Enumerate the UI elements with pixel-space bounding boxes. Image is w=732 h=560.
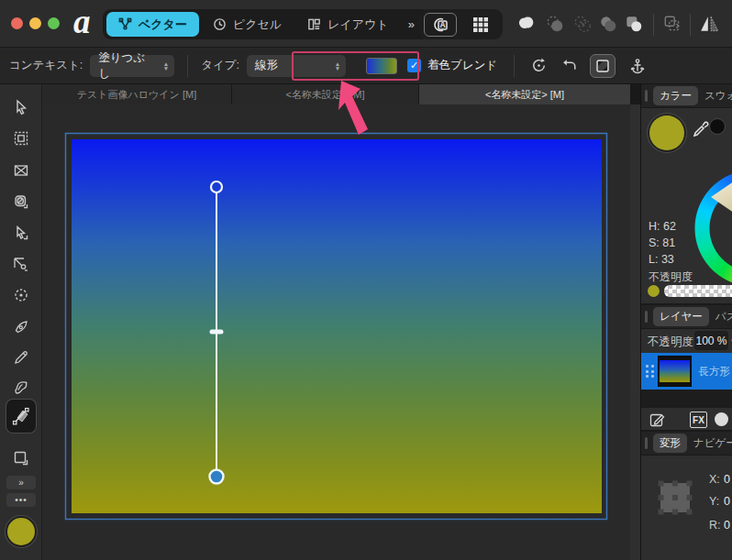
document-tab[interactable]: テスト画像ハロウイン [M]	[42, 84, 232, 104]
layer-fx-button[interactable]: FX	[690, 412, 707, 428]
color-opacity-slider[interactable]	[664, 285, 732, 297]
layout-persona-icon	[307, 17, 321, 31]
selection-brush-tool-button[interactable]	[6, 280, 36, 310]
boolean-intersect-button[interactable]	[572, 14, 593, 34]
gradient-midpoint-handle[interactable]	[210, 330, 224, 335]
layer-row-selected[interactable]: 長方形	[641, 353, 732, 390]
persona-switcher: ベクター ピクセル レイアウト » ⋮	[103, 9, 448, 39]
hue-readout: H: 62	[649, 220, 676, 233]
current-color-swatch[interactable]	[649, 115, 684, 150]
panel-drag-handle[interactable]	[645, 311, 648, 323]
tab-layers[interactable]: レイヤー	[653, 307, 709, 326]
gradient-type-select[interactable]: 線形 ▲▼	[247, 55, 346, 77]
layer-opacity-label: 不透明度:	[648, 335, 696, 350]
context-separator	[514, 55, 515, 77]
scrollbar-track[interactable]	[630, 104, 640, 560]
tab-swatches[interactable]: スウォッチ	[698, 86, 732, 105]
fill-color-swatch[interactable]	[7, 518, 35, 545]
tab-paths[interactable]: パス	[709, 307, 732, 326]
vector-brush-tool-button[interactable]	[6, 373, 36, 402]
context-select[interactable]: 塗りつぶし ▲▼	[90, 55, 174, 77]
zoom-button[interactable]	[48, 17, 60, 29]
toolbar-separator	[690, 14, 691, 36]
colorize-blend-label: 着色ブレンド	[427, 58, 497, 73]
artboard-tool-button[interactable]	[6, 124, 36, 153]
boolean-add-icon	[516, 14, 536, 34]
mask-layer-button[interactable]	[715, 412, 728, 426]
anchor-button[interactable]	[625, 54, 650, 78]
tab-transform[interactable]: 変形	[653, 434, 687, 453]
layer-thumbnail	[658, 356, 692, 387]
tools-more-button[interactable]: •••	[6, 493, 36, 507]
persona-vector[interactable]: ベクター	[106, 12, 199, 37]
panel-drag-handle[interactable]	[645, 90, 648, 102]
mesh-warp-tool-button[interactable]	[6, 156, 36, 185]
point-transform-tool-button[interactable]	[6, 249, 36, 279]
pixel-persona-icon	[213, 17, 227, 31]
auto-correct-icon: A	[430, 16, 450, 34]
boolean-xor-icon	[598, 14, 618, 34]
gradient-end-handle[interactable]	[210, 470, 224, 484]
color-opacity-label: 不透明度	[649, 269, 693, 285]
gradient-type-value: 線形	[255, 58, 278, 73]
opacity-swatch-dot	[648, 285, 660, 297]
persona-vector-label: ベクター	[139, 16, 187, 33]
persona-layout[interactable]: レイアウト	[295, 12, 401, 37]
secondary-color-swatch[interactable]	[709, 118, 726, 135]
checkmark-icon: ✓	[410, 60, 418, 71]
edit-layer-button[interactable]	[649, 411, 666, 428]
colorize-blend-checkbox[interactable]: ✓	[407, 59, 421, 72]
move-tool-button[interactable]	[6, 93, 36, 122]
vector-persona-icon	[118, 17, 132, 31]
hue-wheel[interactable]	[693, 169, 732, 288]
minimize-button[interactable]	[29, 17, 41, 29]
boolean-add-button[interactable]	[516, 14, 536, 34]
context-toolbar: コンテキスト: 塗りつぶし ▲▼ タイプ: 線形 ▲▼ ✓ 着色ブレンド	[0, 48, 732, 84]
pen-tool-button[interactable]	[6, 313, 36, 342]
reverse-gradient-button[interactable]	[557, 54, 582, 78]
vector-brush-tool-icon	[12, 379, 30, 397]
insert-target-button[interactable]	[662, 14, 682, 34]
fit-corners-button[interactable]	[590, 54, 616, 78]
document-tab-label: テスト画像ハロウイン [M]	[77, 88, 196, 102]
boolean-divide-button[interactable]	[624, 14, 644, 34]
flip-button[interactable]	[699, 14, 721, 34]
affinity-logo: a	[73, 2, 91, 41]
selection-brush-tool-icon	[12, 286, 30, 304]
panel-drag-handle[interactable]	[645, 437, 648, 449]
persona-layout-label: レイアウト	[327, 16, 389, 33]
close-button[interactable]	[11, 17, 23, 29]
transform-y-value[interactable]: 0	[724, 495, 730, 508]
layers-list-empty-area[interactable]	[641, 390, 732, 408]
canvas-viewport[interactable]	[42, 104, 640, 560]
transform-x-value[interactable]: 0	[724, 473, 730, 486]
vector-crop-tool-button[interactable]	[6, 187, 36, 216]
gradient-fill-swatch[interactable]	[366, 58, 397, 74]
rotate-gradient-button[interactable]	[526, 54, 551, 78]
gradient-rectangle-object[interactable]	[72, 139, 602, 513]
svg-text:A: A	[439, 20, 445, 29]
boolean-subtract-button[interactable]	[545, 14, 565, 34]
auto-correct-button[interactable]: A	[424, 13, 457, 37]
fill-gradient-tool-button[interactable]	[6, 400, 36, 433]
pencil-tool-button[interactable]	[6, 343, 36, 372]
layer-opacity-value[interactable]: 100 %	[694, 331, 728, 350]
tab-navigator[interactable]: ナビゲータ	[687, 434, 732, 453]
tab-color[interactable]: カラー	[653, 86, 698, 105]
document-tab-label: <名称未設定> [M]	[485, 88, 564, 102]
transform-anchor-selector[interactable]	[654, 477, 696, 519]
document-tab-active[interactable]: <名称未設定> [M]	[419, 84, 631, 104]
boolean-xor-button[interactable]	[598, 14, 618, 34]
affinity-designer-window: a ベクター ピクセル レイアウト » ⋮ A	[0, 0, 732, 560]
node-tool-button[interactable]	[6, 218, 36, 247]
flip-icon	[699, 14, 721, 34]
tools-expand-button[interactable]: »	[6, 476, 36, 489]
layers-panel-header: レイヤー パス	[641, 305, 732, 329]
node-tool-icon	[12, 224, 30, 242]
document-tab[interactable]: <名称未設定> [M]	[232, 84, 419, 104]
snapping-group: A	[418, 9, 503, 39]
persona-pixel[interactable]: ピクセル	[201, 12, 294, 37]
transform-r-value[interactable]: 0	[724, 519, 730, 532]
rectangle-tool-button[interactable]	[6, 444, 36, 473]
snapping-grid-button[interactable]	[464, 13, 497, 37]
